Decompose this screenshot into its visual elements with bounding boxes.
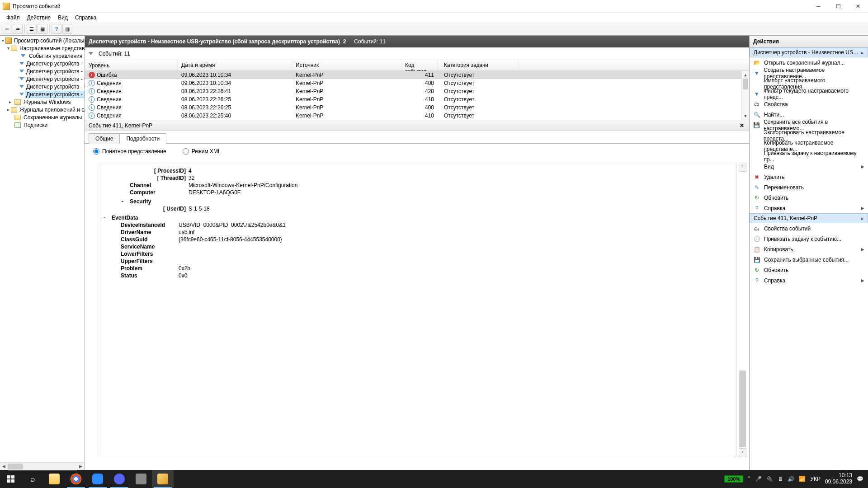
action-item[interactable]: Привязать задачу к настраиваемому пр... (750, 151, 868, 161)
detail-scroll-area[interactable]: [ ProcessID]4 [ ThreadID]32 ChannelMicro… (98, 163, 736, 457)
action-item[interactable]: ▼Фильтр текущего настраиваемого предс... (750, 89, 868, 99)
tree-app-logs[interactable]: ▸ Журналы приложений и слу (0, 106, 85, 113)
table-row[interactable]: iСведения08.06.2023 22:26:41Kernel-PnP42… (85, 87, 749, 95)
scroll-thumb[interactable] (739, 371, 746, 447)
scroll-up-icon[interactable]: ▲ (742, 71, 749, 79)
action-item[interactable]: ↻Обновить (750, 265, 868, 275)
tree-label: Диспетчер устройств - С (25, 84, 85, 90)
tree-custom-views[interactable]: ▾ Настраиваемые представления (0, 44, 85, 52)
tree-custom-view-item[interactable]: Диспетчер устройств - С (0, 75, 85, 83)
scroll-thumb[interactable] (743, 79, 748, 89)
menu-help[interactable]: Справка (71, 14, 100, 22)
scroll-down-icon[interactable]: ▼ (742, 112, 749, 120)
action-item[interactable]: ✎Переименовать (750, 182, 868, 192)
toolbar-btn-3[interactable]: ▥ (62, 24, 72, 34)
discord-button[interactable] (108, 470, 130, 488)
tree-custom-view-item[interactable]: Диспетчер устройств - Н (0, 67, 85, 75)
action-item[interactable]: ?Справка▶ (750, 203, 868, 213)
zoom-button[interactable] (87, 470, 108, 488)
tray-language[interactable]: УКР (810, 476, 821, 482)
action-item[interactable]: 🗂Свойства (750, 99, 868, 109)
scroll-left-icon[interactable]: ◀ (0, 463, 8, 470)
tree-custom-view-item[interactable]: Диспетчер устройств - Н (0, 60, 85, 67)
search-button[interactable]: ⌕ (22, 470, 43, 488)
tray-power-icon[interactable]: 🔌 (766, 476, 773, 482)
expand-icon[interactable]: ▸ (7, 99, 13, 104)
action-item[interactable]: 🗂Свойства событий (750, 223, 868, 234)
table-row[interactable]: iСведения09.06.2023 10:10:34Kernel-PnP40… (85, 79, 749, 87)
table-row[interactable]: iСведения08.06.2023 22:26:25Kernel-PnP41… (85, 95, 749, 103)
action-item[interactable]: 🕘Привязать задачу к событию... (750, 234, 868, 244)
action-item[interactable]: ✖Удалить (750, 172, 868, 182)
tree-windows-logs[interactable]: ▸ Журналы Windows (0, 98, 85, 106)
tree-root[interactable]: ▾ Просмотр событий (Локальный) (0, 37, 85, 44)
col-date[interactable]: Дата и время (178, 60, 292, 70)
col-code[interactable]: Код события (401, 60, 438, 70)
battery-indicator[interactable]: 100% (724, 475, 743, 483)
col-category[interactable]: Категория задачи (438, 60, 519, 70)
action-item[interactable]: 📋Копировать▶ (750, 244, 868, 254)
scroll-thumb[interactable] (8, 464, 23, 469)
tray-network-icon[interactable]: 📶 (799, 476, 806, 482)
menu-action[interactable]: Действие (24, 14, 55, 22)
menu-view[interactable]: Вид (54, 14, 71, 22)
maximize-button[interactable]: ☐ (828, 0, 848, 13)
menu-file[interactable]: Файл (3, 14, 24, 22)
tree-subscriptions[interactable]: Подписки (0, 121, 85, 129)
toolbar-btn-2[interactable]: ▦ (38, 24, 47, 34)
tray-mic-icon[interactable]: 🎤 (755, 476, 762, 482)
detail-vscrollbar[interactable]: ˄ ˅ (739, 163, 746, 457)
action-icon: ✎ (753, 184, 760, 191)
scroll-down-icon[interactable]: ˅ (739, 448, 746, 457)
grid-vscrollbar[interactable]: ▲ ▼ (741, 71, 749, 120)
col-level[interactable]: Уровень (85, 60, 178, 70)
tray-clock[interactable]: 10:13 09.06.2023 (825, 473, 852, 485)
radio-xml-input[interactable] (183, 148, 189, 155)
scroll-right-icon[interactable]: ▶ (77, 463, 85, 470)
forward-button[interactable]: ➡ (13, 24, 23, 34)
eventviewer-taskbar-button[interactable] (152, 470, 174, 488)
action-label: Копировать (764, 246, 793, 253)
action-item[interactable]: 💾Сохранить выбранные события... (750, 254, 868, 265)
radio-friendly[interactable]: Понятное представление (93, 148, 166, 155)
chevron-up-icon[interactable]: ▲ (860, 216, 864, 221)
start-button[interactable] (0, 470, 22, 488)
radio-xml[interactable]: Режим XML (183, 148, 221, 155)
table-row[interactable]: iСведения08.06.2023 22:26:25Kernel-PnP40… (85, 103, 749, 112)
table-row[interactable]: iСведения08.06.2023 22:25:40Kernel-PnP41… (85, 112, 749, 120)
chrome-button[interactable] (65, 470, 87, 488)
collapse-icon[interactable]: ▾ (7, 46, 9, 51)
minimize-button[interactable]: ─ (808, 0, 828, 13)
tree-custom-view-item[interactable]: События управления (0, 52, 85, 60)
tree[interactable]: ▾ Просмотр событий (Локальный) ▾ Настраи… (0, 36, 85, 462)
tree-saved-logs[interactable]: Сохраненные журналы (0, 113, 85, 121)
chevron-up-icon[interactable]: ▲ (860, 50, 864, 55)
col-source[interactable]: Источник (292, 60, 401, 70)
k-channel: Channel (130, 182, 189, 188)
tab-general[interactable]: Общие (89, 133, 120, 144)
tray-volume-icon[interactable]: 🔊 (788, 476, 794, 482)
toolbar-btn-1[interactable]: ☰ (27, 24, 37, 34)
table-row[interactable]: !Ошибка09.06.2023 10:10:34Kernel-PnP411О… (85, 71, 749, 79)
radio-friendly-input[interactable] (93, 148, 99, 155)
scroll-up-icon[interactable]: ˄ (739, 163, 746, 172)
help-button[interactable]: ? (52, 24, 61, 34)
expand-icon[interactable]: ▸ (7, 107, 9, 112)
tree-custom-view-item[interactable]: Диспетчер устройств - Н (0, 90, 85, 98)
explorer-button[interactable] (43, 470, 65, 488)
tree-custom-view-item[interactable]: Диспетчер устройств - С (0, 83, 85, 90)
close-button[interactable]: ✕ (848, 0, 868, 13)
tree-hscrollbar[interactable]: ◀ ▶ (0, 462, 85, 470)
app-button-1[interactable] (130, 470, 152, 488)
tray-chevron-icon[interactable]: ˄ (748, 476, 750, 482)
action-icon (753, 153, 760, 160)
action-item[interactable]: ?Справка▶ (750, 275, 868, 286)
detail-close-button[interactable]: ✕ (738, 122, 745, 129)
tab-details[interactable]: Подробности (119, 133, 166, 144)
tray-notifications-icon[interactable]: 💬 (857, 476, 863, 482)
action-item[interactable]: Вид▶ (750, 161, 868, 172)
back-button[interactable]: ⬅ (2, 24, 12, 34)
action-item[interactable]: ↻Обновить (750, 192, 868, 203)
tray-monitor-icon[interactable]: 🖥 (778, 476, 783, 482)
collapse-icon[interactable]: ▾ (2, 38, 4, 43)
